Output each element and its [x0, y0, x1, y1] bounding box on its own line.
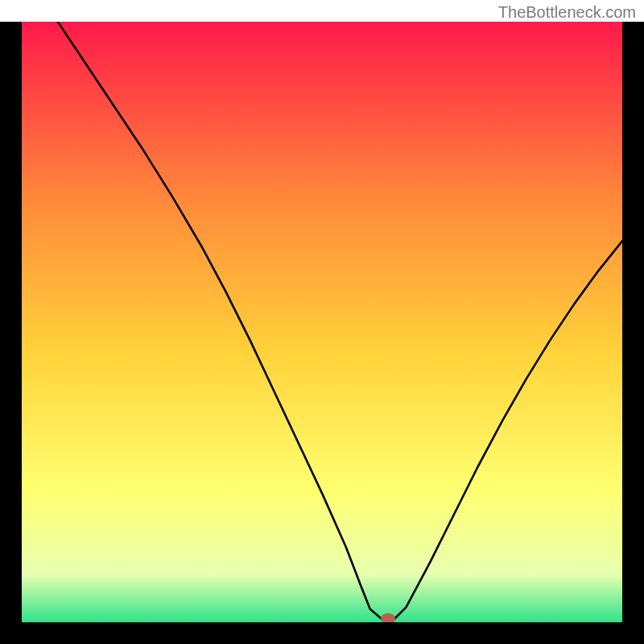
chart-frame [0, 22, 644, 644]
plot-area [22, 22, 622, 622]
watermark-text: TheBottleneck.com [498, 3, 636, 22]
chart-svg [22, 22, 622, 622]
chart-container: TheBottleneck.com [0, 0, 644, 644]
gradient-background [22, 22, 622, 622]
